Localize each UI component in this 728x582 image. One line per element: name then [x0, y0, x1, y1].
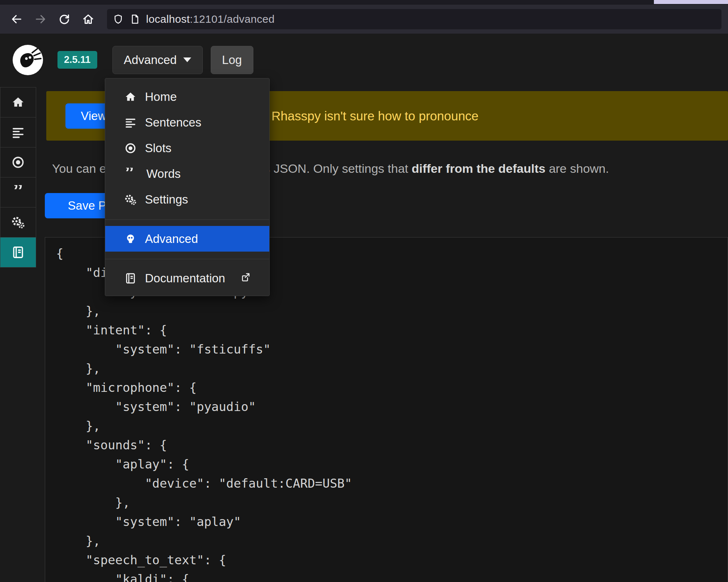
menu-item-settings[interactable]: Settings	[105, 187, 269, 212]
home-icon	[12, 96, 25, 109]
slots-icon	[12, 156, 25, 169]
menu-item-home[interactable]: Home	[105, 84, 269, 110]
intro-text-after: are shown.	[545, 162, 609, 175]
forward-button[interactable]	[30, 9, 51, 29]
nav-dropdown-menu: Home Sentences Slots ” Words Settings Ad…	[105, 78, 270, 296]
menu-item-label: Sentences	[145, 116, 201, 129]
menu-item-label: Home	[145, 90, 177, 104]
browser-tab-highlight	[654, 0, 728, 4]
back-button[interactable]	[7, 9, 27, 29]
shield-icon[interactable]	[113, 14, 124, 25]
refresh-icon	[58, 13, 70, 25]
nav-dropdown-label: Advanced	[124, 53, 177, 67]
skull-icon	[125, 233, 136, 245]
sentences-icon	[12, 126, 25, 139]
menu-item-words[interactable]: ” Words	[105, 161, 269, 187]
url-path: :12101/advanced	[190, 13, 275, 25]
menu-item-label: Words	[146, 167, 181, 181]
arrow-left-icon	[10, 13, 23, 25]
settings-icon	[12, 216, 25, 229]
settings-icon	[125, 194, 136, 205]
reload-button[interactable]	[54, 9, 74, 29]
menu-divider	[105, 259, 269, 259]
address-bar[interactable]: localhost:12101/advanced	[107, 9, 721, 29]
sentences-icon	[125, 117, 136, 128]
menu-item-label: Settings	[145, 193, 188, 206]
slots-icon	[125, 142, 136, 154]
log-button-label: Log	[222, 53, 242, 67]
sidebar-item-home[interactable]	[0, 87, 36, 117]
words-icon: ”	[13, 185, 23, 200]
sidebar-item-advanced[interactable]	[0, 237, 36, 268]
url-text: localhost:12101/advanced	[146, 13, 275, 25]
menu-item-sentences[interactable]: Sentences	[105, 110, 269, 135]
menu-item-documentation[interactable]: Documentation	[105, 265, 269, 291]
page-info-icon[interactable]	[129, 14, 140, 25]
log-button[interactable]: Log	[211, 46, 253, 74]
browser-toolbar: localhost:12101/advanced	[0, 5, 728, 34]
warning-message: Rhasspy isn't sure how to pronounce	[271, 109, 479, 123]
menu-item-label: Slots	[145, 141, 171, 155]
intro-text-bold: differ from the defaults	[412, 162, 545, 175]
book-icon	[12, 246, 25, 259]
home-icon	[82, 13, 94, 25]
home-icon	[125, 91, 136, 103]
url-host: localhost	[146, 13, 190, 25]
words-icon: ”	[125, 168, 138, 180]
browser-tab-strip	[0, 0, 728, 5]
sidebar: ”	[0, 87, 36, 268]
external-link-icon	[240, 271, 250, 285]
version-badge: 2.5.11	[57, 51, 97, 69]
sidebar-item-slots[interactable]	[0, 147, 36, 177]
arrow-right-icon	[34, 13, 47, 25]
rhasspy-app: 2.5.11 Advanced Log ” View	[0, 34, 728, 582]
sidebar-item-words[interactable]: ”	[0, 177, 36, 207]
menu-item-advanced[interactable]: Advanced	[105, 226, 269, 252]
book-icon	[125, 273, 136, 284]
menu-divider	[105, 219, 269, 220]
rhasspy-logo	[12, 44, 44, 76]
menu-item-label: Advanced	[145, 232, 198, 246]
sidebar-item-settings[interactable]	[0, 207, 36, 237]
home-button[interactable]	[78, 9, 98, 29]
caret-down-icon	[183, 57, 191, 62]
sidebar-item-sentences[interactable]	[0, 117, 36, 147]
nav-dropdown-button[interactable]: Advanced	[112, 46, 203, 74]
menu-item-label: Documentation	[145, 271, 225, 285]
menu-item-slots[interactable]: Slots	[105, 135, 269, 161]
